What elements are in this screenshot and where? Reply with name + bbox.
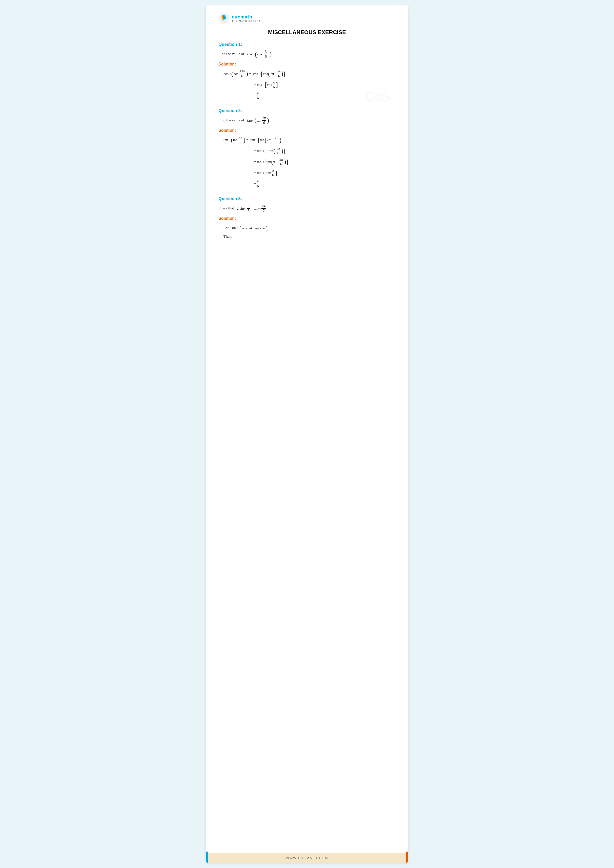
header: cuemath THE MATH EXPERT [218, 12, 396, 24]
solution-2-math: tan−1(tan 7π 6 ) = tan−1 [ tan(2π − 5π 6… [224, 135, 396, 189]
logo-tagline: THE MATH EXPERT [232, 20, 261, 22]
q1-expression: cos−1(cos 13π 6 ) [247, 50, 272, 59]
logo-brand: cuemath [232, 14, 261, 20]
footer-url: WWW.CUEMATH.COM [286, 856, 328, 860]
sol2-line5: = π 6 [254, 179, 396, 188]
solution-1-label: Solution: [218, 62, 396, 67]
sol2-line3: = tan−1 [ tan(π − 5π 6 ) ] [254, 157, 396, 167]
question-2-label: Question 2: [218, 108, 396, 113]
solution-3-label: Solution: [218, 216, 396, 221]
question-1-text: Find the value of cos−1(cos 13π 6 ) . [218, 50, 396, 59]
footer: WWW.CUEMATH.COM [206, 853, 408, 863]
q1-prefix: Find the value of [218, 52, 244, 56]
sol3-line1: Let sin−1 3 5 = x ⇒ sin x = 3 5 [224, 223, 396, 232]
footer-accent-right [406, 852, 408, 863]
solution-2-label: Solution: [218, 128, 396, 133]
q2-prefix: Find the value of [218, 118, 244, 122]
sol2-line2: = tan−1 [ −tan( 5π 6 ) ] [254, 146, 396, 155]
question-3-text: Prove that 2 sin−1 3 5 = tan−1 24 7 . [218, 204, 396, 213]
logo-text-area: cuemath THE MATH EXPERT [232, 14, 261, 22]
question-1-label: Question 1: [218, 42, 396, 47]
sol2-line1: tan−1(tan 7π 6 ) = tan−1 [ tan(2π − 5π 6… [224, 135, 396, 145]
page-container: CoS cuemath THE MATH EXPERT MISCELLANEOU… [206, 5, 408, 863]
question-3-label: Question 3: [218, 196, 396, 202]
q3-prefix: Prove that [218, 206, 234, 210]
q3-expression: 2 sin−1 3 5 = tan−1 24 7 [237, 204, 267, 213]
sol2-line4: = tan−1 [ tan π 6 ] [254, 168, 396, 178]
question-1-section: Question 1: Find the value of cos−1(cos … [218, 42, 396, 101]
logo-area: cuemath THE MATH EXPERT [218, 12, 261, 24]
page-title: MISCELLANEOUS EXERCISE [218, 29, 396, 36]
sol1-line3: = π 6 [254, 91, 396, 101]
logo-icon [218, 12, 230, 24]
footer-accent-left [206, 852, 208, 863]
sol1-line1: cos−1(cos 13π 6 ) = cos−1 [ cos(2π + π 6… [224, 69, 396, 78]
sol3-line2: Then, [224, 234, 396, 239]
solution-1-math: cos−1(cos 13π 6 ) = cos−1 [ cos(2π + π 6… [224, 69, 396, 101]
question-3-section: Question 3: Prove that 2 sin−1 3 5 = tan… [218, 196, 396, 239]
sol1-line2: = cos−1 [ cos π 6 ] [254, 80, 396, 90]
q2-expression: tan−1(tan 7π 6 ) [247, 116, 269, 125]
solution-3-math: Let sin−1 3 5 = x ⇒ sin x = 3 5 Then, [224, 223, 396, 239]
question-2-text: Find the value of tan−1(tan 7π 6 ) . [218, 116, 396, 125]
question-2-section: Question 2: Find the value of tan−1(tan … [218, 108, 396, 189]
